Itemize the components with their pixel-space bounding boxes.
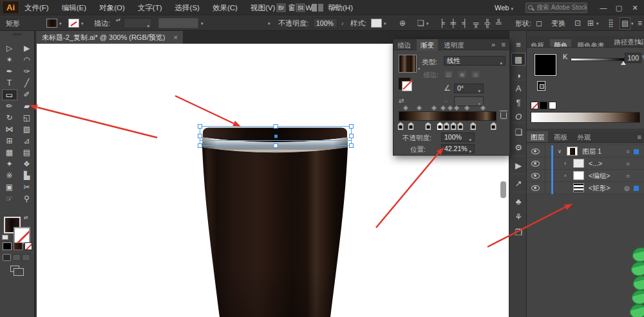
stroke-color-swatch[interactable]: [68, 19, 79, 28]
opentype-panel-icon[interactable]: O: [511, 111, 526, 123]
stop-opacity-input[interactable]: 100% ▾: [441, 132, 475, 142]
chevron-down-icon[interactable]: ▾: [384, 21, 386, 26]
selection-tool[interactable]: ▶: [19, 43, 35, 54]
menu-view[interactable]: 视图(V): [251, 0, 275, 15]
slice-tool[interactable]: ✂: [19, 182, 35, 193]
visibility-eye-icon[interactable]: [531, 173, 540, 179]
direct-selection-tool[interactable]: ▷: [2, 43, 17, 54]
fullscreen-mode-button[interactable]: [22, 254, 30, 261]
black-chip[interactable]: [540, 102, 547, 109]
layer-row[interactable]: › <编组> ○: [527, 170, 644, 182]
hand-tool[interactable]: ☞: [2, 194, 17, 204]
shaper-tool[interactable]: ✏: [2, 101, 17, 112]
visibility-eye-icon[interactable]: [531, 185, 540, 191]
actions-panel-icon[interactable]: ▶: [511, 159, 526, 172]
layer-row[interactable]: ∨ 图层 1 ○: [527, 145, 644, 158]
layer-thumbnail[interactable]: [573, 183, 584, 192]
tab-swatches[interactable]: 色板: [527, 39, 548, 48]
menu-select[interactable]: 选择(S): [175, 0, 200, 15]
target-circle-icon[interactable]: ○: [626, 158, 630, 170]
gradient-stop[interactable]: [444, 122, 450, 130]
layer-thumbnail[interactable]: [567, 147, 578, 156]
bridge-button[interactable]: Br: [276, 3, 287, 13]
fill-color-proxy[interactable]: [535, 54, 556, 76]
layer-name[interactable]: <编组>: [589, 170, 610, 182]
color-spectrum-ramp[interactable]: [531, 112, 640, 123]
chevron-down-icon[interactable]: ▾: [59, 21, 62, 26]
pen-tool[interactable]: ✒: [2, 66, 17, 77]
character-panel-icon[interactable]: A: [511, 82, 526, 95]
chevron-down-icon[interactable]: ▾: [631, 21, 634, 26]
expand-arrow-icon[interactable]: ∨: [558, 145, 562, 158]
adobe-stock-search[interactable]: 搜索 Adobe Stock: [526, 3, 587, 13]
tab-color-guide[interactable]: 颜色参考: [573, 39, 608, 48]
midpoint-diamond[interactable]: [417, 105, 422, 111]
selection-center-point[interactable]: [274, 135, 278, 138]
eraser-tool[interactable]: ▰: [19, 101, 35, 112]
selection-handle[interactable]: [198, 134, 202, 138]
tab-gradient[interactable]: 渐变: [417, 39, 438, 51]
shape-builder-tool[interactable]: ⊞: [2, 136, 17, 147]
free-transform-tool[interactable]: ▧: [19, 124, 35, 135]
symbol-sprayer-tool[interactable]: ※: [2, 170, 17, 181]
column-graph-tool[interactable]: ▙: [19, 170, 35, 181]
align-top-icon[interactable]: ╦: [473, 16, 479, 31]
perspective-grid-tool[interactable]: ⊿: [19, 136, 35, 147]
maximize-button[interactable]: ▢: [612, 0, 626, 15]
normal-screen-mode-button[interactable]: [3, 254, 11, 261]
close-tab-icon[interactable]: ×: [174, 33, 178, 41]
symbols-panel-icon[interactable]: ♣: [511, 195, 526, 208]
magic-wand-tool[interactable]: ✶: [2, 55, 17, 66]
align-middle-icon[interactable]: ╬: [484, 16, 490, 31]
visibility-eye-icon[interactable]: [531, 149, 540, 154]
collapse-icon[interactable]: »: [491, 41, 495, 48]
tab-stroke[interactable]: 描边: [393, 39, 415, 51]
transform-label[interactable]: 变换: [551, 16, 565, 31]
target-circle-icon[interactable]: ○: [626, 145, 630, 158]
arrange-documents-icon[interactable]: [312, 4, 324, 12]
swap-fill-stroke-icon[interactable]: ⇄: [24, 215, 28, 221]
graphic-styles-panel-icon[interactable]: ❏: [511, 126, 526, 139]
menu-file[interactable]: 文件(F): [24, 0, 49, 15]
midpoint-diamond[interactable]: [402, 105, 408, 111]
gradient-swatch-thumbnail[interactable]: [399, 55, 417, 73]
lasso-tool[interactable]: ◠: [19, 55, 35, 66]
line-segment-tool[interactable]: ╱: [19, 78, 35, 89]
white-chip[interactable]: [549, 102, 556, 109]
transparency-panel-icon[interactable]: ◑: [511, 69, 526, 82]
tab-artboards[interactable]: 画板: [550, 131, 571, 143]
gradient-stop[interactable]: [398, 122, 404, 130]
rotate-tool[interactable]: ↻: [2, 113, 17, 123]
chevron-down-icon[interactable]: ▾: [268, 21, 270, 26]
vertical-scrollbar[interactable]: [500, 181, 506, 198]
color-button[interactable]: [3, 242, 12, 250]
layer-name[interactable]: <矩形>: [589, 182, 610, 194]
tab-transparency[interactable]: 透明度: [440, 39, 468, 51]
selection-handle[interactable]: [274, 144, 278, 148]
visibility-eye-icon[interactable]: [531, 161, 540, 167]
layer-row[interactable]: <矩形> ◎: [527, 182, 644, 194]
touch-bar-icon[interactable]: ⣿: [608, 16, 614, 31]
close-button[interactable]: ✕: [628, 0, 642, 15]
layer-row[interactable]: › <...> ○: [527, 158, 644, 170]
gradient-fill-stroke-proxy[interactable]: [399, 78, 410, 89]
fill-color-swatch[interactable]: [46, 19, 57, 28]
draw-mode-icon[interactable]: [10, 266, 19, 272]
midpoint-diamond[interactable]: [464, 105, 469, 111]
style-swatch[interactable]: [371, 19, 382, 28]
midpoint-diamond[interactable]: [431, 105, 436, 111]
selection-handle[interactable]: [274, 125, 278, 129]
layer-name[interactable]: <...>: [589, 158, 602, 170]
eyedropper-tool[interactable]: ✦: [2, 159, 17, 170]
artboard-tool[interactable]: ▣: [2, 182, 17, 193]
gradient-panel-icon[interactable]: ▩: [511, 53, 526, 66]
k-value-input[interactable]: 100: [625, 53, 641, 63]
gradient-button[interactable]: [14, 242, 23, 250]
selection-handle[interactable]: [198, 125, 202, 129]
stroke-color-proxy[interactable]: [537, 81, 545, 91]
curvature-tool[interactable]: ✑: [19, 66, 35, 77]
stock-button[interactable]: St: [295, 3, 306, 13]
panel-grip[interactable]: [13, 33, 22, 35]
menu-object[interactable]: 对象(O): [99, 0, 125, 15]
document-tab[interactable]: 未标题-2_复制.ai* @ 300% (RGB/预览) ×: [37, 31, 183, 44]
